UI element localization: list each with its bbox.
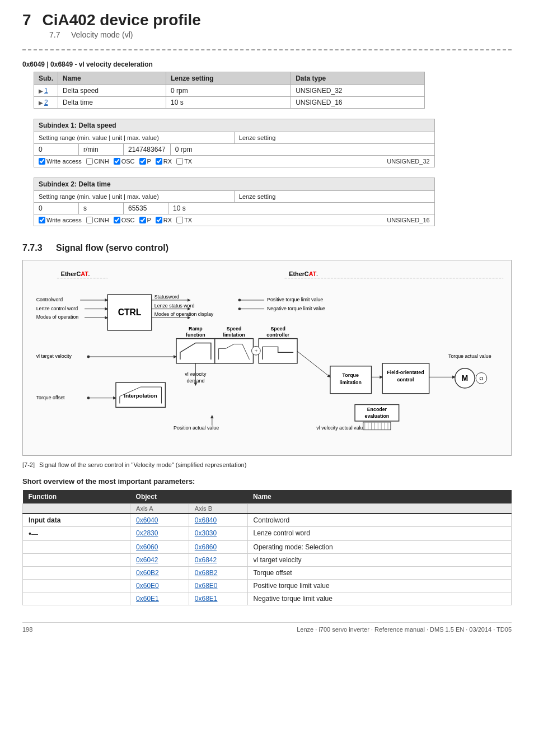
svg-text:EtherCAT.: EtherCAT. bbox=[61, 270, 90, 277]
svg-text:Ω: Ω bbox=[479, 375, 483, 381]
page-footer: 198 Lenze · i700 servo inverter · Refere… bbox=[22, 622, 512, 633]
svg-point-36 bbox=[87, 356, 90, 358]
tx-check[interactable]: TX bbox=[176, 158, 192, 165]
svg-text:Speed: Speed bbox=[227, 326, 242, 332]
svg-rect-66 bbox=[363, 422, 391, 430]
table-row: ▶1 Delta speed 0 rpm UNSIGNED_32 bbox=[34, 85, 425, 97]
svg-text:Lenze control word: Lenze control word bbox=[36, 306, 78, 311]
svg-text:vl target velocity: vl target velocity bbox=[36, 353, 72, 359]
table-row: ▶2 Delta time 10 s UNSIGNED_16 bbox=[34, 97, 425, 109]
svg-point-23 bbox=[238, 307, 241, 310]
subsection-number: 7.7 bbox=[49, 30, 60, 39]
table-row: 0x60E1 0x68E1 Negative torque limit valu… bbox=[23, 592, 512, 605]
main-table: Sub. Name Lenze setting Data type ▶1 Del… bbox=[34, 72, 425, 109]
svg-text:Torque offset: Torque offset bbox=[36, 395, 65, 400]
table-row: •— 0x2830 0x3030 Lenze control word bbox=[23, 527, 512, 541]
osc-check[interactable]: OSC bbox=[114, 158, 135, 165]
page-header: 7 CiA402 device profile 7.7 Velocity mod… bbox=[22, 11, 512, 39]
signal-flow-svg: EtherCAT. EtherCAT. CTRL Controlword Len… bbox=[30, 267, 504, 449]
table-row: 0x60B2 0x68B2 Torque offset bbox=[23, 567, 512, 580]
subindex1-range-values: 0 r/min 2147483647 0 rpm bbox=[34, 144, 434, 156]
svg-text:Modes of operation: Modes of operation bbox=[36, 314, 79, 320]
col-function: Function bbox=[23, 490, 130, 504]
subindex2-range-label-row: Setting range (min. value | unit | max. … bbox=[34, 191, 434, 203]
svg-text:Torque: Torque bbox=[343, 372, 359, 378]
subindex2-header: Subindex 2: Delta time bbox=[34, 178, 434, 191]
access-items: Write access CINH OSC P RX TX bbox=[39, 158, 192, 165]
svg-text:Controlword: Controlword bbox=[36, 297, 63, 302]
svg-rect-29 bbox=[215, 339, 254, 363]
object-header: 0x6049 | 0x6849 - vl velocity decelerati… bbox=[22, 60, 512, 68]
col-name: Name bbox=[247, 490, 511, 504]
svg-text:limitation: limitation bbox=[223, 332, 245, 338]
subindex2-range-values: 0 s 65535 10 s bbox=[34, 203, 434, 214]
rx-check[interactable]: RX bbox=[156, 217, 172, 223]
svg-text:function: function bbox=[186, 332, 205, 338]
col-axis-b: Axis B bbox=[189, 504, 247, 514]
svg-text:Position actual value: Position actual value bbox=[174, 425, 219, 431]
section-773-heading: 7.7.3 Signal flow (servo control) bbox=[22, 243, 512, 253]
subindex1-access-row: Write access CINH OSC P RX TX UNSIGNED_3… bbox=[34, 156, 434, 167]
subindex2-box: Subindex 2: Delta time Setting range (mi… bbox=[34, 178, 435, 226]
svg-line-75 bbox=[297, 351, 330, 377]
diagram-caption: [7-2] Signal flow of the servo control i… bbox=[22, 461, 512, 468]
svg-text:control: control bbox=[397, 377, 414, 382]
svg-text:Statusword: Statusword bbox=[154, 294, 179, 300]
svg-text:evaluation: evaluation bbox=[365, 413, 390, 419]
svg-text:Encoder: Encoder bbox=[367, 407, 387, 412]
svg-text:Modes of operation display: Modes of operation display bbox=[154, 311, 214, 317]
subindex1-range-label-row: Setting range (min. value | unit | max. … bbox=[34, 132, 434, 144]
section-773: 7.7.3 Signal flow (servo control) EtherC… bbox=[22, 243, 512, 605]
section-title: CiA402 device profile bbox=[43, 11, 201, 29]
section-divider bbox=[22, 49, 512, 50]
col-name: Name bbox=[58, 72, 166, 85]
col-axis-a: Axis A bbox=[130, 504, 189, 514]
signal-flow-diagram: EtherCAT. EtherCAT. CTRL Controlword Len… bbox=[22, 260, 512, 456]
rx-check[interactable]: RX bbox=[156, 158, 172, 165]
cinh-check[interactable]: CINH bbox=[86, 158, 109, 165]
caption-bracket: [7-2] bbox=[22, 461, 35, 468]
cinh-check[interactable]: CINH bbox=[86, 217, 109, 223]
write-access[interactable]: Write access bbox=[39, 217, 82, 223]
p-check[interactable]: P bbox=[139, 158, 151, 165]
svg-text:controller: controller bbox=[266, 332, 289, 338]
page-number: 198 bbox=[22, 626, 32, 633]
subindex1-header: Subindex 1: Delta speed bbox=[34, 119, 434, 132]
svg-text:Negative torque limit value: Negative torque limit value bbox=[267, 306, 325, 311]
table-row: Input data 0x6040 0x6840 Controlword bbox=[23, 514, 512, 527]
svg-text:Speed: Speed bbox=[270, 326, 285, 332]
tx-check[interactable]: TX bbox=[176, 217, 192, 223]
overview-title: Short overview of the most important par… bbox=[22, 477, 512, 486]
write-access[interactable]: Write access bbox=[39, 158, 82, 165]
svg-text:vl velocity actual value: vl velocity actual value bbox=[316, 425, 366, 431]
svg-text:CTRL: CTRL bbox=[118, 307, 142, 317]
section-number: 7 bbox=[22, 11, 31, 29]
svg-text:M: M bbox=[462, 374, 468, 382]
col-object: Object bbox=[130, 490, 248, 504]
overview-table: Function Object Name Axis A Axis B Input… bbox=[22, 490, 512, 605]
table-row: 0x60E0 0x68E0 Positive torque limit valu… bbox=[23, 580, 512, 592]
subindex1-box: Subindex 1: Delta speed Setting range (m… bbox=[34, 119, 435, 167]
access-items: Write access CINH OSC P RX TX bbox=[39, 217, 192, 223]
svg-text:Field-orientated: Field-orientated bbox=[387, 370, 424, 375]
svg-text:EtherCAT.: EtherCAT. bbox=[289, 270, 317, 277]
subsection-header: 7.7 Velocity mode (vl) bbox=[49, 30, 512, 39]
svg-text:Ramp: Ramp bbox=[189, 326, 203, 332]
p-check[interactable]: P bbox=[139, 217, 151, 223]
svg-text:+: + bbox=[254, 348, 257, 354]
table-row: 0x6060 0x6860 Operating mode: Selection bbox=[23, 541, 512, 554]
product-info: Lenze · i700 servo inverter · Reference … bbox=[297, 626, 512, 633]
subsection-title: Velocity mode (vl) bbox=[71, 30, 133, 39]
caption-text: Signal flow of the servo control in "Vel… bbox=[39, 461, 246, 468]
svg-point-43 bbox=[87, 396, 90, 399]
svg-text:limitation: limitation bbox=[340, 380, 362, 385]
col-sub: Sub. bbox=[34, 72, 58, 85]
col-dtype: Data type bbox=[291, 72, 425, 85]
subindex2-access-row: Write access CINH OSC P RX TX UNSIGNED_1… bbox=[34, 214, 434, 226]
svg-text:Torque actual value: Torque actual value bbox=[448, 353, 491, 359]
svg-text:Positive torque limit value: Positive torque limit value bbox=[267, 297, 323, 302]
svg-point-20 bbox=[238, 298, 241, 301]
osc-check[interactable]: OSC bbox=[114, 217, 135, 223]
table-row: 0x6042 0x6842 vl target velocity bbox=[23, 554, 512, 567]
col-lenze: Lenze setting bbox=[166, 72, 291, 85]
